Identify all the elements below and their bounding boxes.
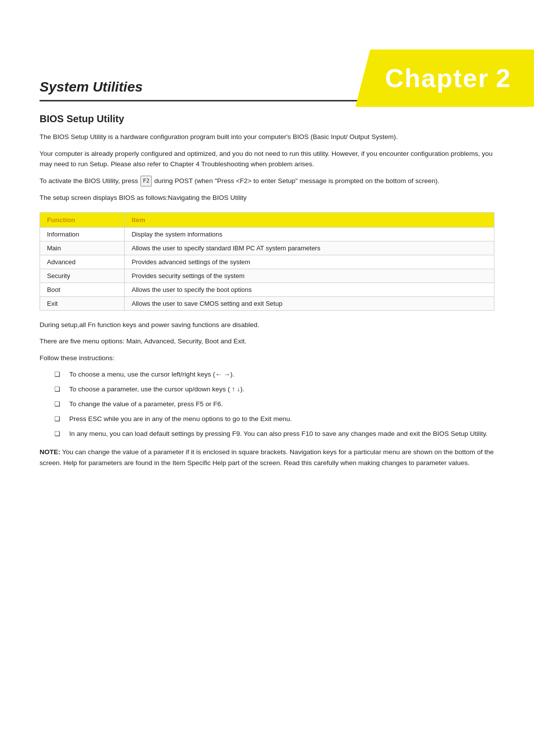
bullet-text: To choose a parameter, use the cursor up… xyxy=(69,384,494,395)
list-item: ❑In any menu, you can load default setti… xyxy=(54,428,494,439)
bullet-checkbox-icon: ❑ xyxy=(54,370,64,380)
table-row: BootAllows the user to specify the boot … xyxy=(40,283,494,296)
after-table-p3: Follow these instructions: xyxy=(40,353,494,364)
bios-table: Function Item InformationDisplay the sys… xyxy=(40,212,494,311)
after-table-p1: During setup,all Fn function keys and po… xyxy=(40,320,494,331)
f2-key: F2 xyxy=(140,176,152,187)
bullet-checkbox-icon: ❑ xyxy=(54,429,64,439)
table-cell-function: Boot xyxy=(40,283,125,296)
p3-post: during POST (when "Press <F2> to enter S… xyxy=(152,177,439,185)
table-cell-function: Main xyxy=(40,241,125,255)
paragraph-4: The setup screen displays BIOS as follow… xyxy=(40,192,494,203)
table-row: AdvancedProvides advanced settings of th… xyxy=(40,255,494,269)
table-cell-function: Information xyxy=(40,227,125,241)
table-cell-function: Exit xyxy=(40,296,125,310)
list-item: ❑To choose a menu, use the cursor left/r… xyxy=(54,369,494,380)
table-row: SecurityProvides security settings of th… xyxy=(40,269,494,283)
bullet-text: In any menu, you can load default settin… xyxy=(69,428,494,439)
table-header-function: Function xyxy=(40,212,125,227)
table-cell-item: Allows the user to specify the boot opti… xyxy=(125,283,494,296)
table-cell-item: Display the system informations xyxy=(125,227,494,241)
subsection-heading: BIOS Setup Utility xyxy=(40,113,494,125)
bullet-text: To choose a menu, use the cursor left/ri… xyxy=(69,369,494,380)
p3-pre: To activate the BIOS Utility, press xyxy=(40,177,140,185)
table-row: InformationDisplay the system informatio… xyxy=(40,227,494,241)
list-item: ❑To choose a parameter, use the cursor u… xyxy=(54,384,494,395)
chapter-banner: Chapter 2 xyxy=(356,49,534,107)
list-item: ❑To change the value of a parameter, pre… xyxy=(54,399,494,410)
table-cell-function: Security xyxy=(40,269,125,283)
note-label: NOTE: xyxy=(40,448,60,456)
table-cell-function: Advanced xyxy=(40,255,125,269)
bullet-checkbox-icon: ❑ xyxy=(54,384,64,395)
table-cell-item: Provides security settings of the system xyxy=(125,269,494,283)
paragraph-2: Your computer is already properly config… xyxy=(40,148,494,170)
paragraph-3: To activate the BIOS Utility, press F2 d… xyxy=(40,176,494,187)
chapter-label: Chapter xyxy=(385,64,489,93)
main-content: System Utilities BIOS Setup Utility The … xyxy=(0,49,534,508)
table-row: MainAllows the user to specify standard … xyxy=(40,241,494,255)
page-container: Chapter 2 System Utilities BIOS Setup Ut… xyxy=(0,49,534,756)
table-cell-item: Allows the user to specify standard IBM … xyxy=(125,241,494,255)
bullet-checkbox-icon: ❑ xyxy=(54,399,64,410)
chapter-number: 2 xyxy=(496,64,510,93)
table-cell-item: Provides advanced settings of the system xyxy=(125,255,494,269)
bullet-text: To change the value of a parameter, pres… xyxy=(69,399,494,410)
bullet-list: ❑To choose a menu, use the cursor left/r… xyxy=(54,369,494,439)
table-cell-item: Allows the user to save CMOS setting and… xyxy=(125,296,494,310)
list-item: ❑Press ESC while you are in any of the m… xyxy=(54,414,494,425)
note-text: You can change the value of a parameter … xyxy=(40,448,494,467)
bullet-checkbox-icon: ❑ xyxy=(54,414,64,425)
bullet-text: Press ESC while you are in any of the me… xyxy=(69,414,494,425)
table-header-item: Item xyxy=(125,212,494,227)
paragraph-1: The BIOS Setup Utility is a hardware con… xyxy=(40,132,494,142)
note-paragraph: NOTE: You can change the value of a para… xyxy=(40,447,494,468)
table-row: ExitAllows the user to save CMOS setting… xyxy=(40,296,494,310)
after-table-p2: There are five menu options: Main, Advan… xyxy=(40,336,494,347)
